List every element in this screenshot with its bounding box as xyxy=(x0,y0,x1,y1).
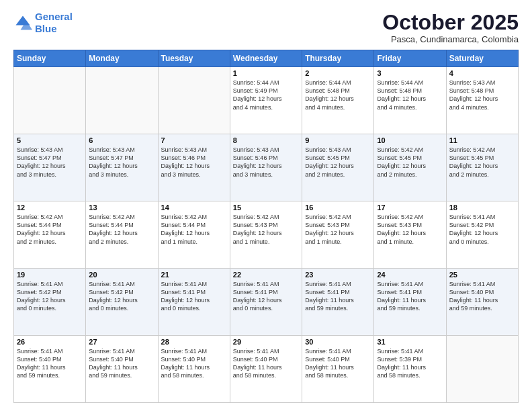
month-title: October 2025 xyxy=(382,11,519,34)
logo-text: General Blue xyxy=(35,11,73,35)
calendar-cell: 29Sunrise: 5:41 AM Sunset: 5:40 PM Dayli… xyxy=(230,336,302,403)
day-number: 28 xyxy=(161,338,227,346)
cell-info: Sunrise: 5:41 AM Sunset: 5:40 PM Dayligh… xyxy=(89,347,154,380)
calendar-cell: 9Sunrise: 5:43 AM Sunset: 5:45 PM Daylig… xyxy=(302,134,374,201)
cell-info: Sunrise: 5:42 AM Sunset: 5:43 PM Dayligh… xyxy=(377,213,443,246)
weekday-header-friday: Friday xyxy=(374,50,446,67)
calendar-cell: 22Sunrise: 5:41 AM Sunset: 5:41 PM Dayli… xyxy=(230,269,302,336)
calendar-cell: 6Sunrise: 5:43 AM Sunset: 5:47 PM Daylig… xyxy=(86,134,158,201)
calendar-cell xyxy=(14,67,86,134)
cell-info: Sunrise: 5:42 AM Sunset: 5:44 PM Dayligh… xyxy=(17,213,83,246)
day-number: 12 xyxy=(17,203,83,212)
calendar-cell: 26Sunrise: 5:41 AM Sunset: 5:40 PM Dayli… xyxy=(14,336,86,403)
day-number: 9 xyxy=(305,136,371,144)
day-number: 20 xyxy=(89,271,154,279)
cell-info: Sunrise: 5:44 AM Sunset: 5:49 PM Dayligh… xyxy=(233,79,299,111)
day-number: 17 xyxy=(377,203,443,212)
calendar-cell: 2Sunrise: 5:44 AM Sunset: 5:48 PM Daylig… xyxy=(302,67,374,134)
cell-info: Sunrise: 5:41 AM Sunset: 5:41 PM Dayligh… xyxy=(377,280,443,313)
location: Pasca, Cundinamarca, Colombia xyxy=(382,34,519,44)
calendar-cell: 18Sunrise: 5:41 AM Sunset: 5:42 PM Dayli… xyxy=(446,201,518,269)
cell-info: Sunrise: 5:43 AM Sunset: 5:46 PM Dayligh… xyxy=(233,146,299,179)
day-number: 6 xyxy=(89,136,154,144)
cell-info: Sunrise: 5:42 AM Sunset: 5:45 PM Dayligh… xyxy=(377,146,443,179)
calendar-table: SundayMondayTuesdayWednesdayThursdayFrid… xyxy=(13,50,519,403)
cell-info: Sunrise: 5:43 AM Sunset: 5:47 PM Dayligh… xyxy=(17,146,83,179)
cell-info: Sunrise: 5:41 AM Sunset: 5:42 PM Dayligh… xyxy=(17,280,83,313)
cell-info: Sunrise: 5:41 AM Sunset: 5:40 PM Dayligh… xyxy=(449,280,515,313)
calendar-cell: 1Sunrise: 5:44 AM Sunset: 5:49 PM Daylig… xyxy=(230,67,302,134)
day-number: 10 xyxy=(377,136,443,144)
calendar-cell: 27Sunrise: 5:41 AM Sunset: 5:40 PM Dayli… xyxy=(86,336,158,403)
calendar-cell: 25Sunrise: 5:41 AM Sunset: 5:40 PM Dayli… xyxy=(446,269,518,336)
day-number: 18 xyxy=(449,203,515,212)
day-number: 25 xyxy=(449,271,515,279)
cell-info: Sunrise: 5:43 AM Sunset: 5:47 PM Dayligh… xyxy=(89,146,154,179)
calendar-cell: 21Sunrise: 5:41 AM Sunset: 5:41 PM Dayli… xyxy=(158,269,230,336)
cell-info: Sunrise: 5:42 AM Sunset: 5:45 PM Dayligh… xyxy=(449,146,515,179)
calendar-week-row: 12Sunrise: 5:42 AM Sunset: 5:44 PM Dayli… xyxy=(14,201,519,269)
day-number: 7 xyxy=(161,136,227,144)
calendar-cell: 17Sunrise: 5:42 AM Sunset: 5:43 PM Dayli… xyxy=(374,201,446,269)
day-number: 21 xyxy=(161,271,227,279)
calendar-cell: 24Sunrise: 5:41 AM Sunset: 5:41 PM Dayli… xyxy=(374,269,446,336)
day-number: 8 xyxy=(233,136,299,144)
logo: General Blue xyxy=(13,11,73,35)
calendar-cell: 14Sunrise: 5:42 AM Sunset: 5:44 PM Dayli… xyxy=(158,201,230,269)
calendar-week-row: 19Sunrise: 5:41 AM Sunset: 5:42 PM Dayli… xyxy=(14,269,519,336)
cell-info: Sunrise: 5:41 AM Sunset: 5:41 PM Dayligh… xyxy=(305,280,371,313)
cell-info: Sunrise: 5:43 AM Sunset: 5:45 PM Dayligh… xyxy=(305,146,371,179)
cell-info: Sunrise: 5:41 AM Sunset: 5:41 PM Dayligh… xyxy=(161,280,227,313)
header: General Blue October 2025 Pasca, Cundina… xyxy=(13,11,519,44)
page: General Blue October 2025 Pasca, Cundina… xyxy=(0,0,532,411)
day-number: 30 xyxy=(305,338,371,346)
calendar-cell: 12Sunrise: 5:42 AM Sunset: 5:44 PM Dayli… xyxy=(14,201,86,269)
day-number: 23 xyxy=(305,271,371,279)
calendar-cell: 23Sunrise: 5:41 AM Sunset: 5:41 PM Dayli… xyxy=(302,269,374,336)
cell-info: Sunrise: 5:41 AM Sunset: 5:39 PM Dayligh… xyxy=(377,347,443,380)
cell-info: Sunrise: 5:41 AM Sunset: 5:41 PM Dayligh… xyxy=(233,280,299,313)
calendar-cell: 7Sunrise: 5:43 AM Sunset: 5:46 PM Daylig… xyxy=(158,134,230,201)
cell-info: Sunrise: 5:44 AM Sunset: 5:48 PM Dayligh… xyxy=(377,79,443,111)
day-number: 4 xyxy=(449,69,515,77)
weekday-header-row: SundayMondayTuesdayWednesdayThursdayFrid… xyxy=(14,50,519,67)
cell-info: Sunrise: 5:42 AM Sunset: 5:43 PM Dayligh… xyxy=(305,213,371,246)
cell-info: Sunrise: 5:41 AM Sunset: 5:40 PM Dayligh… xyxy=(233,347,299,380)
calendar-cell xyxy=(446,336,518,403)
calendar-cell: 5Sunrise: 5:43 AM Sunset: 5:47 PM Daylig… xyxy=(14,134,86,201)
calendar-cell: 20Sunrise: 5:41 AM Sunset: 5:42 PM Dayli… xyxy=(86,269,158,336)
calendar-week-row: 1Sunrise: 5:44 AM Sunset: 5:49 PM Daylig… xyxy=(14,67,519,134)
day-number: 29 xyxy=(233,338,299,346)
day-number: 22 xyxy=(233,271,299,279)
weekday-header-wednesday: Wednesday xyxy=(230,50,302,67)
logo-line1: General xyxy=(35,11,73,22)
cell-info: Sunrise: 5:42 AM Sunset: 5:44 PM Dayligh… xyxy=(161,213,227,246)
calendar-cell: 13Sunrise: 5:42 AM Sunset: 5:44 PM Dayli… xyxy=(86,201,158,269)
day-number: 15 xyxy=(233,203,299,212)
calendar-cell: 8Sunrise: 5:43 AM Sunset: 5:46 PM Daylig… xyxy=(230,134,302,201)
cell-info: Sunrise: 5:41 AM Sunset: 5:40 PM Dayligh… xyxy=(161,347,227,380)
calendar-week-row: 26Sunrise: 5:41 AM Sunset: 5:40 PM Dayli… xyxy=(14,336,519,403)
day-number: 13 xyxy=(89,203,154,212)
cell-info: Sunrise: 5:41 AM Sunset: 5:40 PM Dayligh… xyxy=(305,347,371,380)
calendar-cell xyxy=(86,67,158,134)
day-number: 3 xyxy=(377,69,443,77)
calendar-cell: 28Sunrise: 5:41 AM Sunset: 5:40 PM Dayli… xyxy=(158,336,230,403)
calendar-cell: 16Sunrise: 5:42 AM Sunset: 5:43 PM Dayli… xyxy=(302,201,374,269)
calendar-cell: 11Sunrise: 5:42 AM Sunset: 5:45 PM Dayli… xyxy=(446,134,518,201)
day-number: 24 xyxy=(377,271,443,279)
day-number: 14 xyxy=(161,203,227,212)
day-number: 2 xyxy=(305,69,371,77)
weekday-header-tuesday: Tuesday xyxy=(158,50,230,67)
day-number: 16 xyxy=(305,203,371,212)
cell-info: Sunrise: 5:41 AM Sunset: 5:42 PM Dayligh… xyxy=(89,280,154,313)
cell-info: Sunrise: 5:41 AM Sunset: 5:42 PM Dayligh… xyxy=(449,213,515,246)
day-number: 27 xyxy=(89,338,154,346)
calendar-cell: 15Sunrise: 5:42 AM Sunset: 5:43 PM Dayli… xyxy=(230,201,302,269)
calendar-cell: 4Sunrise: 5:43 AM Sunset: 5:48 PM Daylig… xyxy=(446,67,518,134)
weekday-header-monday: Monday xyxy=(86,50,158,67)
cell-info: Sunrise: 5:43 AM Sunset: 5:48 PM Dayligh… xyxy=(449,79,515,111)
day-number: 31 xyxy=(377,338,443,346)
calendar-week-row: 5Sunrise: 5:43 AM Sunset: 5:47 PM Daylig… xyxy=(14,134,519,201)
weekday-header-saturday: Saturday xyxy=(446,50,518,67)
